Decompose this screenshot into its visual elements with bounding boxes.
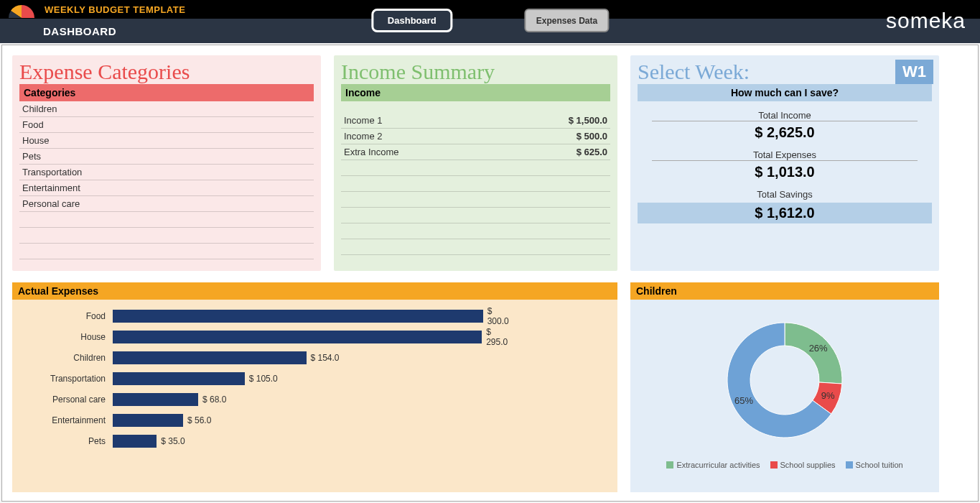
bar-fill (113, 331, 482, 343)
bar-row: Food$ 300.0 (19, 310, 610, 323)
bar-label: Pets (19, 436, 113, 446)
category-row[interactable] (19, 212, 314, 228)
legend-label: School supplies (780, 461, 836, 469)
bar-row: Entertainment$ 56.0 (19, 414, 610, 427)
bar-fill (113, 351, 307, 364)
actual-expenses-header: Actual Expenses (12, 282, 617, 300)
legend-item: Extracurricular activities (666, 461, 760, 469)
bar-value-label: $ 295.0 (486, 327, 515, 347)
bar-value-label: $ 56.0 (187, 415, 211, 425)
summary-label: Total Savings (638, 189, 932, 200)
second-bar: DASHBOARD Dashboard Expenses Data someka (0, 19, 980, 43)
donut-slice-label: 26% (809, 343, 828, 354)
expense-categories-title: Expense Categories (19, 60, 314, 84)
summary-value: $ 2,625.0 (638, 124, 932, 141)
bar-value-label: $ 35.0 (161, 436, 185, 446)
page-title: DASHBOARD (43, 25, 116, 37)
summary-block: Total Expenses$ 1,013.0 (638, 149, 932, 180)
summary-label: Total Income (638, 110, 932, 121)
bar-label: Food (19, 311, 113, 321)
page-body: Expense Categories Categories ChildrenFo… (1, 45, 979, 502)
bar-value-label: $ 105.0 (249, 374, 278, 384)
summary-block: Total Income$ 2,625.0 (638, 110, 932, 141)
income-row[interactable]: Income 1$ 1,500.0 (341, 113, 610, 129)
category-row[interactable]: Pets (19, 149, 314, 165)
summary-value: $ 1,013.0 (638, 164, 932, 180)
legend-item: School tuition (846, 461, 903, 469)
legend-swatch (846, 461, 853, 469)
legend-item: School supplies (770, 461, 836, 469)
category-row[interactable]: Entertainment (19, 180, 314, 196)
summary-label: Total Expenses (638, 149, 932, 160)
select-week-panel: Select Week: W1 How much can I save? Tot… (630, 55, 939, 271)
legend-swatch (666, 461, 673, 469)
category-row[interactable]: Food (19, 117, 314, 133)
income-summary-panel: Income Summary Income Income 1$ 1,500.0I… (334, 55, 617, 271)
income-row[interactable] (341, 176, 610, 192)
category-row[interactable] (19, 228, 314, 244)
select-week-title: Select Week: (638, 60, 750, 84)
income-header: Income (341, 84, 610, 101)
bar-fill (113, 414, 183, 427)
bar-label: Entertainment (19, 415, 113, 425)
bar-label: Personal care (19, 394, 113, 405)
category-row[interactable]: Transportation (19, 165, 314, 180)
bar-label: Transportation (19, 374, 113, 384)
donut-slice-label: 65% (734, 395, 753, 406)
save-header: How much can I save? (638, 84, 932, 101)
income-row[interactable] (341, 160, 610, 176)
bar-label: House (19, 332, 113, 342)
bar-fill (113, 435, 157, 448)
bar-fill (113, 310, 483, 323)
legend-label: Extracurricular activities (676, 461, 760, 469)
bar-value-label: $ 68.0 (202, 394, 226, 405)
summary-value: $ 1,612.0 (638, 203, 932, 223)
category-row[interactable]: Children (19, 101, 314, 117)
bar-row: Personal care$ 68.0 (19, 393, 610, 406)
legend-swatch (770, 461, 778, 469)
bar-label: Children (19, 353, 113, 363)
category-row[interactable]: House (19, 133, 314, 149)
bar-value-label: $ 300.0 (487, 306, 515, 326)
bar-fill (113, 372, 245, 385)
income-row[interactable] (341, 223, 610, 239)
categories-header: Categories (19, 84, 314, 101)
income-row[interactable] (341, 208, 610, 223)
product-title: WEEKLY BUDGET TEMPLATE (45, 4, 185, 15)
donut-slice-label: 9% (821, 390, 835, 401)
category-row[interactable]: Personal care (19, 196, 314, 212)
legend-label: School tuition (856, 461, 903, 469)
bar-fill (113, 393, 198, 406)
children-donut-chart: 26%9%65% (702, 308, 867, 452)
actual-expenses-bar-chart: Food$ 300.0House$ 295.0Children$ 154.0Tr… (12, 300, 617, 463)
brand-logo: someka (886, 9, 966, 33)
actual-expenses-panel: Actual Expenses Food$ 300.0House$ 295.0C… (12, 282, 617, 492)
dashboard-button[interactable]: Dashboard (371, 9, 453, 32)
income-row[interactable]: Extra Income$ 625.0 (341, 144, 610, 160)
income-row[interactable] (341, 192, 610, 208)
bar-row: Children$ 154.0 (19, 351, 610, 364)
bar-row: House$ 295.0 (19, 331, 610, 343)
expenses-data-button[interactable]: Expenses Data (525, 9, 609, 32)
bar-row: Pets$ 35.0 (19, 435, 610, 448)
children-legend: Extracurricular activitiesSchool supplie… (666, 461, 902, 469)
week-selector[interactable]: W1 (895, 60, 933, 84)
expense-categories-panel: Expense Categories Categories ChildrenFo… (12, 55, 321, 271)
income-row[interactable]: Income 2$ 500.0 (341, 129, 610, 144)
income-summary-title: Income Summary (341, 60, 610, 84)
children-panel: Children 26%9%65% Extracurricular activi… (630, 282, 939, 492)
bar-row: Transportation$ 105.0 (19, 372, 610, 385)
children-header: Children (630, 282, 939, 300)
bar-value-label: $ 154.0 (311, 353, 340, 363)
summary-block: Total Savings$ 1,612.0 (638, 189, 932, 223)
category-row[interactable] (19, 244, 314, 259)
income-row[interactable] (341, 239, 610, 255)
